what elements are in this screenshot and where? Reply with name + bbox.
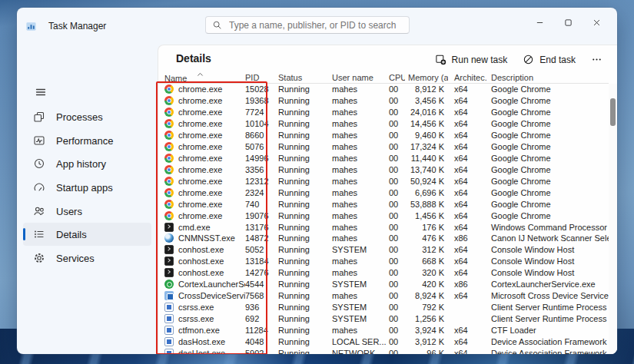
column-label: Description <box>491 73 533 82</box>
cell-arch: x64 <box>448 177 486 186</box>
sidebar-item-label: Startup apps <box>56 182 113 194</box>
vertical-scrollbar[interactable] <box>609 84 617 354</box>
sidebar-item-app-history[interactable]: App history <box>23 152 151 175</box>
cell-status: Running <box>278 291 332 300</box>
scrollbar-thumb[interactable] <box>610 98 616 126</box>
cell-desc: CortexLauncherService.exe <box>486 280 609 289</box>
table-row[interactable]: chrome.exe2324Runningmahes006,696 Kx64Go… <box>158 187 609 198</box>
cell-pid: 5076 <box>245 142 278 151</box>
sidebar-item-details[interactable]: Details <box>23 223 151 246</box>
table-row[interactable]: chrome.exe740Runningmahes0053,888 Kx64Go… <box>158 198 609 210</box>
table-row[interactable]: CrossDeviceService.exe7568Runningmahes00… <box>158 290 609 302</box>
cell-memory: 96 K <box>405 349 448 354</box>
table-row[interactable]: chrome.exe10104Runningmahes0014,456 Kx64… <box>158 118 609 130</box>
table-row[interactable]: CNMNSST.exe14872Runningmahes00476 Kx86Ca… <box>158 233 609 244</box>
process-name-cell: chrome.exe <box>158 188 245 197</box>
sidebar-item-label: Performance <box>56 135 113 147</box>
process-name: chrome.exe <box>178 165 222 174</box>
table-row[interactable]: chrome.exe5076Runningmahes0017,324 Kx64G… <box>158 141 609 153</box>
process-name-cell: chrome.exe <box>158 211 245 220</box>
chrome-process-icon <box>164 188 174 197</box>
sidebar-item-users[interactable]: Users <box>23 200 151 223</box>
table-row[interactable]: conhost.exe14276Runningmahes00320 Kx64Co… <box>158 267 609 279</box>
table-row[interactable]: chrome.exe19076Runningmahes001,456 Kx64G… <box>158 210 609 221</box>
column-label: PID <box>245 73 259 82</box>
table-row[interactable]: chrome.exe8660Runningmahes009,460 Kx64Go… <box>158 130 609 141</box>
table-row[interactable]: csrss.exe936RunningSYSTEM00792 KClient S… <box>158 302 609 313</box>
cell-pid: 740 <box>245 200 278 209</box>
cell-pid: 2324 <box>245 188 278 197</box>
cell-memory: 24,016 K <box>405 108 448 117</box>
maximize-button[interactable] <box>554 12 583 33</box>
sidebar-item-services[interactable]: Services <box>23 247 151 270</box>
cell-memory: 14,456 K <box>405 119 448 128</box>
cell-user: mahes <box>332 131 387 140</box>
search-box[interactable] <box>205 16 410 34</box>
run-new-task-button[interactable]: Run new task <box>428 49 515 70</box>
cell-memory: 476 K <box>405 233 448 243</box>
menu-button[interactable] <box>23 81 151 104</box>
table-row[interactable]: ctfmon.exe11284Runningmahes003,924 Kx64C… <box>158 324 609 336</box>
sidebar-item-processes[interactable]: Processes <box>23 105 151 128</box>
cell-desc: Google Chrome <box>486 142 609 151</box>
cell-status: Running <box>278 188 332 197</box>
cell-pid: 19076 <box>245 211 278 220</box>
sidebar-item-performance[interactable]: Performance <box>23 129 151 152</box>
cell-pid: 8660 <box>245 131 278 140</box>
table-row[interactable]: chrome.exe14996Runningmahes0011,440 Kx64… <box>158 153 609 164</box>
process-name: chrome.exe <box>178 200 222 209</box>
column-header-status[interactable]: Status <box>278 73 332 83</box>
column-header-arch[interactable]: Architec... <box>448 73 486 83</box>
cell-desc: Google Chrome <box>486 188 609 197</box>
column-header-cpu[interactable]: CPU <box>387 73 405 83</box>
cell-user: mahes <box>332 256 387 266</box>
table-row[interactable]: chrome.exe19368Runningmahes003,456 Kx64G… <box>158 95 609 107</box>
table-row[interactable]: dasHost.exe4048RunningLOCAL SER...003,91… <box>158 336 609 347</box>
window-process-icon <box>164 326 174 335</box>
chrome-process-icon <box>164 142 174 151</box>
cell-arch: x64 <box>448 84 486 94</box>
table-row[interactable]: chrome.exe7724Runningmahes0024,016 Kx64G… <box>158 107 609 118</box>
more-options-button[interactable] <box>584 49 609 70</box>
column-label: Name <box>164 74 187 83</box>
sidebar-item-startup-apps[interactable]: Startup apps <box>23 176 151 199</box>
table-row[interactable]: chrome.exe3356Runningmahes0013,740 Kx64G… <box>158 164 609 175</box>
search-input[interactable] <box>227 19 403 31</box>
cell-user: mahes <box>332 177 387 186</box>
cell-pid: 11284 <box>245 326 278 335</box>
process-name-cell: ctfmon.exe <box>158 326 245 335</box>
process-name-cell: chrome.exe <box>158 142 245 151</box>
end-task-button[interactable]: End task <box>516 49 583 70</box>
column-header-desc[interactable]: Description <box>486 73 609 83</box>
cell-cpu: 00 <box>387 349 405 354</box>
process-name-cell: conhost.exe <box>158 256 245 266</box>
table-row[interactable]: chrome.exe15028Runningmahes008,912 Kx64G… <box>158 84 609 95</box>
table-row[interactable]: conhost.exe13184Runningmahes00668 Kx64Co… <box>158 256 609 267</box>
close-button[interactable] <box>583 12 611 33</box>
cell-memory: 17,324 K <box>405 142 448 151</box>
table-row[interactable]: dasHost.exe5902RunningNETWORK...0096 Kx6… <box>158 347 609 354</box>
titlebar[interactable]: Task Manager <box>17 8 617 45</box>
column-label: Memory (ac... <box>408 73 448 82</box>
cell-memory: 8,912 K <box>405 84 448 94</box>
window-process-icon <box>164 337 174 346</box>
column-header-pid[interactable]: PID <box>245 73 278 83</box>
cell-cpu: 00 <box>387 337 405 346</box>
column-header-memory[interactable]: Memory (ac... <box>405 73 448 83</box>
chrome-process-icon <box>164 177 174 186</box>
column-header-name[interactable]: Name <box>158 73 245 83</box>
column-label: Status <box>278 73 302 82</box>
process-name-cell: conhost.exe <box>158 268 245 277</box>
minimize-button[interactable] <box>526 12 554 33</box>
process-name-cell: chrome.exe <box>158 177 245 186</box>
table-row[interactable]: chrome.exe12312Runningmahes0050,924 Kx64… <box>158 175 609 187</box>
table-row[interactable]: conhost.exe5052RunningSYSTEM00312 Kx64Co… <box>158 244 609 256</box>
process-name-cell: dasHost.exe <box>158 349 245 354</box>
column-header-user[interactable]: User name <box>332 73 387 83</box>
table-row[interactable]: csrss.exe692RunningSYSTEM001,256 KClient… <box>158 313 609 324</box>
table-row[interactable]: CortexLauncherServic...4544RunningSYSTEM… <box>158 279 609 290</box>
cell-pid: 4048 <box>245 337 278 346</box>
cell-cpu: 00 <box>387 245 405 254</box>
cell-desc: Google Chrome <box>486 84 609 94</box>
table-row[interactable]: cmd.exe13176Runningmahes00176 Kx64Window… <box>158 221 609 233</box>
